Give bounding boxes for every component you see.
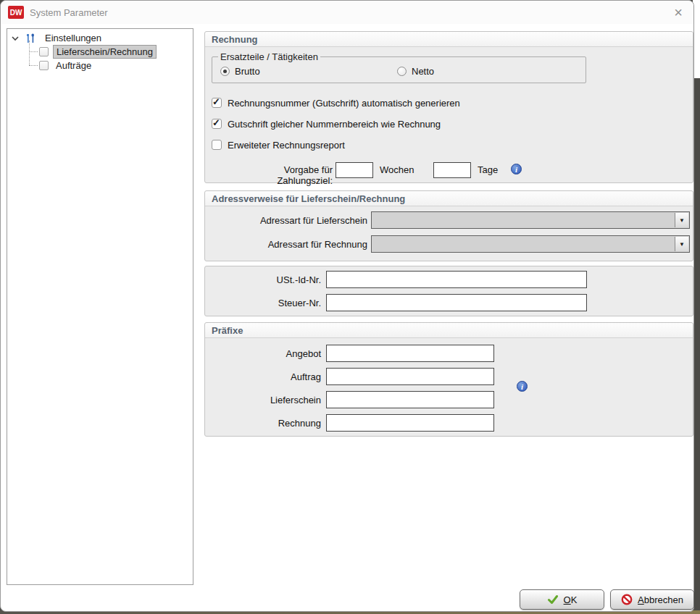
- auftrag-label: Auftrag: [205, 371, 321, 382]
- tree-item-icon: [39, 61, 49, 70]
- checkbox-label: Rechnungsnummer (Gutschrift) automatisch…: [228, 98, 460, 109]
- adressart-rechnung-dropdown[interactable]: ▼: [371, 235, 690, 253]
- section-praefixe-title: Präfixe: [205, 323, 693, 338]
- radio-brutto-label: Brutto: [235, 66, 260, 77]
- ust-id-label: USt.-Id-Nr.: [205, 274, 321, 285]
- ust-id-input[interactable]: [326, 271, 587, 288]
- checkbox-label: Erweiteter Rechnungsreport: [228, 140, 345, 151]
- info-icon[interactable]: i: [517, 381, 528, 392]
- cancel-button[interactable]: Abbrechen: [610, 589, 694, 610]
- lieferschein-praefix-input[interactable]: [326, 391, 494, 408]
- tree-node-lieferschein-rechnung[interactable]: Lieferschein/Rechnung: [39, 45, 157, 59]
- info-icon[interactable]: i: [511, 164, 522, 174]
- checkmark-icon: [547, 594, 559, 605]
- rechnung-praefix-input[interactable]: [326, 414, 494, 432]
- zahlungsziel-wochen-input[interactable]: [336, 162, 373, 178]
- tree-node-auftraege[interactable]: Aufträge: [39, 59, 94, 72]
- auftrag-praefix-input[interactable]: [326, 368, 494, 385]
- dropdown-arrow-icon[interactable]: ▼: [675, 213, 688, 227]
- cancel-button-accel: A: [638, 594, 644, 605]
- section-adressverweise-title: Adressverweise für Lieferschein/Rechnung: [205, 191, 693, 206]
- cancel-button-label: bbrechen: [644, 594, 683, 605]
- tree-item-icon: [39, 47, 49, 56]
- adressart-lieferschein-dropdown[interactable]: ▼: [371, 211, 690, 229]
- section-steuernummern: USt.-Id-Nr. Steuer-Nr.: [204, 266, 693, 316]
- tree-label-auftraege[interactable]: Aufträge: [53, 59, 94, 72]
- tree-label-einstellungen[interactable]: Einstellungen: [42, 32, 104, 44]
- wochen-label: Wochen: [380, 164, 414, 175]
- steuer-nr-label: Steuer-Nr.: [205, 298, 321, 308]
- ersatzteile-group: Ersatzteile / Tätigkeiten Brutto Netto: [212, 51, 586, 83]
- ok-button-label: K: [571, 594, 578, 605]
- section-rechnung: Rechnung Ersatzteile / Tätigkeiten Brutt…: [204, 31, 693, 183]
- ok-button[interactable]: OK: [520, 589, 604, 610]
- close-icon[interactable]: ×: [670, 6, 686, 19]
- angebot-label: Angebot: [205, 348, 321, 359]
- chevron-down-icon[interactable]: [10, 33, 20, 43]
- check-icon: ✓: [212, 117, 220, 128]
- ersatzteile-group-label: Ersatzteile / Tätigkeiten: [218, 51, 320, 62]
- window-title: System Parameter: [30, 7, 108, 18]
- tree-connector-stub: [29, 51, 38, 52]
- zahlungsziel-tage-input[interactable]: [433, 162, 471, 178]
- steuer-nr-input[interactable]: [326, 294, 587, 311]
- rechnung-label: Rechnung: [205, 418, 321, 429]
- radio-netto[interactable]: Netto: [397, 66, 434, 77]
- checkbox-icon[interactable]: ✓: [212, 140, 222, 150]
- radio-icon[interactable]: [397, 67, 407, 76]
- checkbox-icon[interactable]: ✓: [212, 119, 222, 129]
- tage-label: Tage: [478, 164, 498, 175]
- tree-connector-stub: [29, 65, 38, 66]
- section-adressverweise: Adressverweise für Lieferschein/Rechnung…: [204, 190, 693, 261]
- checkbox-gutschrift-nummernbereich[interactable]: ✓ Gutschrift gleicher Nummernbereich wie…: [212, 118, 441, 130]
- check-icon: ✓: [212, 96, 220, 107]
- checkbox-rechnungsnummer-auto[interactable]: ✓ Rechnungsnummer (Gutschrift) automatis…: [212, 97, 460, 109]
- checkbox-erweiteter-report[interactable]: ✓ Erweiteter Rechnungsreport: [212, 139, 345, 151]
- adressart-lieferschein-label: Adressart für Lieferschein: [205, 215, 367, 226]
- radio-netto-label: Netto: [412, 66, 434, 77]
- app-logo-icon: DW: [8, 6, 24, 19]
- ok-button-accel: O: [564, 594, 571, 605]
- section-praefixe: Präfixe Angebot Auftrag Lieferschein Rec…: [204, 322, 693, 437]
- radio-brutto[interactable]: Brutto: [220, 66, 397, 77]
- lieferschein-label: Lieferschein: [205, 395, 321, 405]
- zahlungsziel-label: Vorgabe für Zahlungsziel:: [228, 164, 333, 186]
- system-parameter-dialog: DW System Parameter × Einstellungen Lief…: [0, 0, 694, 612]
- settings-tree: Einstellungen Lieferschein/Rechnung Auft…: [7, 28, 193, 585]
- radio-icon[interactable]: [220, 67, 230, 76]
- zahlungsziel-row: Vorgabe für Zahlungsziel: Wochen Tage i: [205, 162, 693, 178]
- checkbox-icon[interactable]: ✓: [212, 98, 222, 108]
- dropdown-arrow-icon[interactable]: ▼: [675, 237, 688, 251]
- tree-label-lieferschein-rechnung[interactable]: Lieferschein/Rechnung: [53, 45, 157, 59]
- checkbox-label: Gutschrift gleicher Nummernbereich wie R…: [228, 119, 441, 130]
- adressart-rechnung-label: Adressart für Rechnung: [205, 239, 367, 250]
- tools-icon: [25, 33, 36, 44]
- prohibition-icon: [621, 594, 633, 605]
- tree-node-einstellungen[interactable]: Einstellungen: [10, 31, 104, 45]
- angebot-praefix-input[interactable]: [326, 345, 494, 362]
- section-rechnung-title: Rechnung: [205, 32, 693, 47]
- titlebar: DW System Parameter ×: [1, 1, 693, 24]
